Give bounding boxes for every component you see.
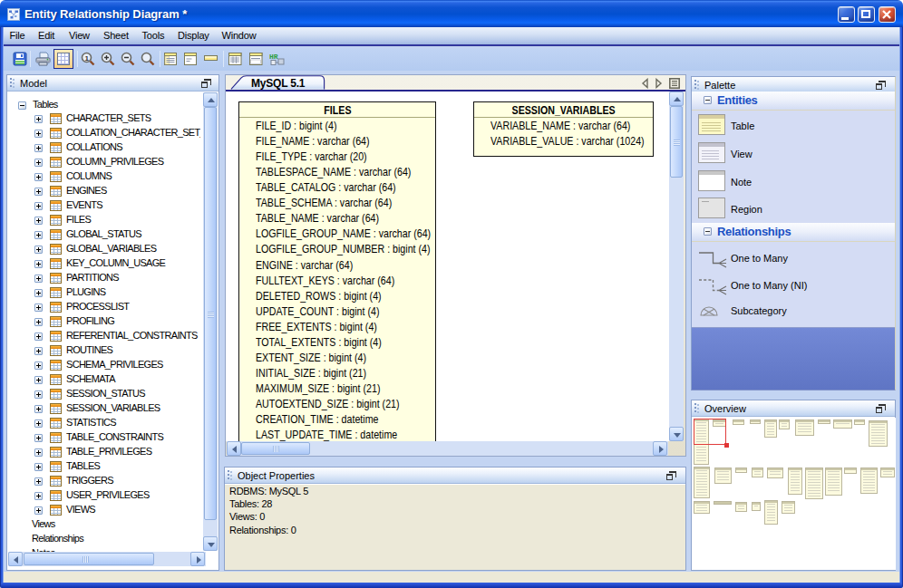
svg-text:1: 1	[85, 54, 90, 63]
svg-text:HR: HR	[269, 53, 278, 61]
